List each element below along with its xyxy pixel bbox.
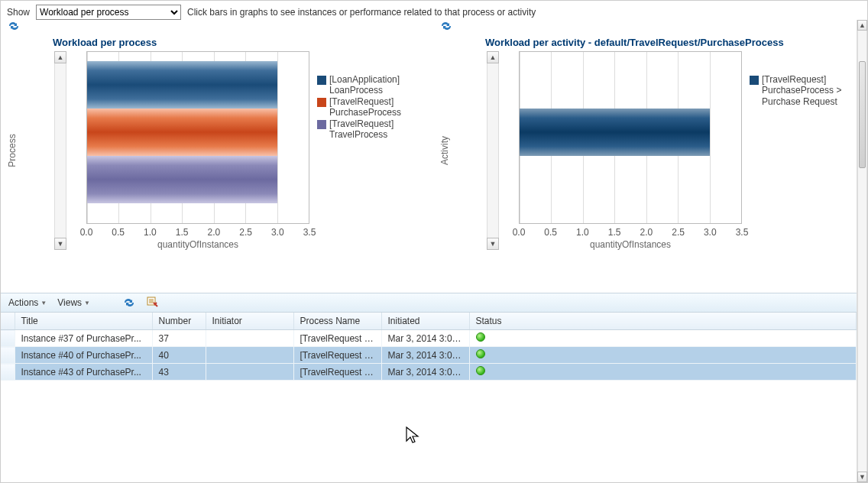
chart-legend: [TravelRequest] PurchaseProcess > Purcha… (742, 51, 849, 250)
chart-bar[interactable] (520, 109, 710, 156)
col-number[interactable]: Number (152, 313, 206, 330)
col-initiator[interactable]: Initiator (206, 313, 293, 330)
show-dropdown[interactable]: Workload per process (36, 5, 181, 20)
scroll-up-arrow[interactable]: ▲ (857, 20, 867, 31)
legend-swatch (750, 76, 759, 85)
legend-label: [TravelRequest] TravelProcess (329, 118, 413, 141)
chart-area: Process ▲ ▼ 0.00.51.01.52.02.53.03.5quan… (7, 51, 416, 250)
grid-toolbar: Actions▼ Views▼ (1, 293, 857, 313)
chart-title: Workload per process (7, 32, 416, 51)
chart-scroll-down[interactable]: ▼ (54, 238, 66, 250)
instances-table: Title Number Initiator Process Name Init… (1, 313, 857, 381)
chart-scroll-track[interactable] (487, 63, 499, 238)
actions-menu[interactable]: Actions▼ (8, 297, 47, 308)
y-axis-label: Activity (439, 51, 450, 250)
status-dot-ok (476, 349, 485, 358)
views-menu[interactable]: Views▼ (57, 297, 90, 308)
chart-legend: [LoanApplication] LoanProcess [TravelReq… (309, 51, 416, 250)
col-title[interactable]: Title (15, 313, 152, 330)
chart-scroll-down[interactable]: ▼ (487, 238, 499, 250)
chart-area: Activity ▲ ▼ 0.00.51.01.52.02.53.03.5qua… (439, 51, 849, 250)
chart-panel-activity: Workload per activity - default/TravelRe… (439, 20, 849, 250)
refresh-icon[interactable] (7, 20, 21, 32)
legend-label: [TravelRequest] PurchaseProcess > Purcha… (762, 74, 846, 107)
x-axis: 0.00.51.01.52.02.53.03.5quantityOfInstan… (86, 224, 309, 250)
config-icon[interactable] (147, 296, 159, 310)
chart-bar[interactable] (87, 109, 277, 156)
scroll-down-arrow[interactable]: ▼ (857, 472, 867, 482)
chart-plot[interactable] (519, 51, 742, 224)
app-window: Show Workload per process Click bars in … (0, 0, 868, 483)
vertical-scrollbar[interactable]: ▲ ▼ (857, 20, 867, 482)
legend-label: [LoanApplication] LoanProcess (329, 74, 413, 96)
scroll-thumb[interactable] (859, 61, 866, 168)
status-dot-ok (476, 332, 485, 342)
x-axis: 0.00.51.01.52.02.53.03.5quantityOfInstan… (519, 224, 742, 250)
col-status[interactable]: Status (469, 313, 857, 330)
show-label: Show (7, 7, 30, 18)
chart-scroll-up[interactable]: ▲ (487, 51, 499, 63)
refresh-icon[interactable] (122, 297, 136, 309)
chart-y-scrollbar: ▲ ▼ (18, 51, 86, 250)
legend-swatch (317, 98, 326, 107)
chart-plot[interactable] (86, 51, 309, 224)
legend-label: [TravelRequest] PurchaseProcess (329, 96, 413, 118)
chart-title: Workload per activity - default/TravelRe… (439, 32, 849, 51)
refresh-icon[interactable] (439, 20, 453, 32)
topbar-hint: Click bars in graphs to see instances or… (187, 7, 536, 18)
y-axis-label: Process (7, 51, 18, 250)
chart-panel-process: Workload per process Process ▲ ▼ 0.00.51… (7, 20, 416, 250)
table-row[interactable]: Instance #40 of PurchasePr...40[TravelRe… (1, 347, 857, 364)
table-row[interactable]: Instance #43 of PurchasePr...43[TravelRe… (1, 364, 857, 381)
col-process-name[interactable]: Process Name (293, 313, 381, 330)
chart-scroll-up[interactable]: ▲ (54, 51, 66, 63)
chart-bar[interactable] (87, 61, 277, 109)
status-dot-ok (476, 366, 485, 375)
chart-y-scrollbar: ▲ ▼ (450, 51, 519, 250)
scroll-track[interactable] (857, 31, 867, 472)
col-initiated[interactable]: Initiated (381, 313, 469, 330)
rowheader-col (1, 313, 15, 330)
chart-scroll-track[interactable] (54, 63, 66, 238)
topbar: Show Workload per process Click bars in … (1, 1, 867, 22)
viewport: Workload per process Process ▲ ▼ 0.00.51… (1, 20, 857, 481)
charts-row: Workload per process Process ▲ ▼ 0.00.51… (1, 20, 857, 250)
chart-bar[interactable] (87, 156, 277, 203)
legend-swatch (317, 76, 326, 85)
table-row[interactable]: Instance #37 of PurchasePr...37[TravelRe… (1, 330, 857, 347)
legend-swatch (317, 120, 326, 129)
table-header-row: Title Number Initiator Process Name Init… (1, 313, 857, 330)
